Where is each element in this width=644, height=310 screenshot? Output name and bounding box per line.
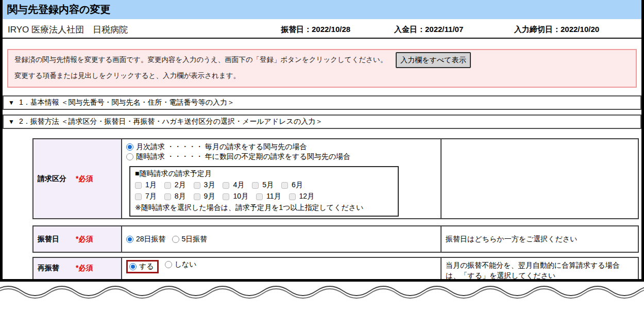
row-label: 振替日: [38, 235, 76, 244]
client-name: IRYO 医療法人社団 日税病院: [8, 24, 128, 36]
months-row-2: 7月 8月 9月 10月 11月 12月: [135, 192, 393, 201]
section-header-transfer-method[interactable]: ▼ 2．振替方法 ＜請求区分・振替日・再振替・ハガキ送付区分の選択・メールアドレ…: [3, 115, 641, 129]
months-box-title: ■随時請求の請求予定月: [135, 169, 393, 178]
instruction-box: 登録済の関与先情報を変更する画面です。変更内容を入力のうえ、画面下の「登録」ボタ…: [7, 49, 637, 88]
radio-option-retransfer-yes[interactable]: する: [129, 262, 154, 271]
month-checkbox-jun[interactable]: 6月: [281, 181, 303, 190]
checkbox-icon: [135, 182, 142, 189]
section-header-basic-info[interactable]: ▼ 1．基本情報 ＜関与先番号・関与先名・住所・電話番号等の入力＞: [3, 95, 641, 110]
radio-option-28th-transfer[interactable]: 28日振替: [126, 235, 166, 244]
month-checkbox-dec[interactable]: 12月: [289, 192, 315, 201]
checkbox-icon: [252, 182, 259, 189]
checkbox-icon: [223, 193, 229, 200]
radio-unselected-icon: [172, 236, 179, 243]
month-checkbox-aug[interactable]: 8月: [164, 192, 186, 201]
month-checkbox-oct[interactable]: 10月: [223, 192, 248, 201]
highlight-box: する: [126, 260, 159, 273]
radio-label: 5日振替: [182, 235, 208, 244]
checkbox-icon: [281, 182, 288, 189]
row-note: 振替日はどちらか一方をご選択ください: [446, 234, 578, 244]
row-label: 請求区分: [38, 174, 76, 184]
triangle-down-icon: ▼: [8, 118, 14, 125]
month-checkbox-nov[interactable]: 11月: [256, 192, 281, 201]
radio-option-monthly-billing[interactable]: 月次請求 ・・・・・ 毎月の請求をする関与先の場合: [126, 142, 436, 152]
input-deadline-date: 入力締切日：2022/10/20: [514, 25, 599, 35]
triangle-down-icon: ▼: [8, 99, 14, 106]
deposit-date: 入金日：2022/11/07: [394, 25, 463, 35]
label-cell: 再振替 *必須: [33, 258, 122, 282]
required-badge: *必須: [76, 174, 93, 184]
note-cell: 当月の振替不能分を、翌月自動的に合算請求する場合は、「する」を選択してください: [442, 258, 638, 282]
month-checkbox-jul[interactable]: 7月: [135, 192, 157, 201]
checkbox-icon: [135, 193, 142, 200]
radio-selected-icon: [126, 143, 133, 151]
note-cell: [442, 139, 638, 218]
months-box-note: ※随時請求を選択した場合は、請求予定月を1つ以上指定してください: [135, 203, 393, 213]
form-row-transfer-day: 振替日 *必須 28日振替 5日振替 振替日はどちらか一方をご選択ください: [32, 225, 639, 253]
instruction-line-2: 変更する項番または見出しをクリックすると、入力欄が表示されます。: [14, 71, 630, 80]
content-frame: 関与先登録内容の変更 IRYO 医療法人社団 日税病院 振替日：2022/10/…: [0, 0, 644, 282]
label-cell: 振替日 *必須: [33, 226, 122, 252]
form-row-billing-category: 請求区分 *必須 月次請求 ・・・・・ 毎月の請求をする関与先の場合 随時請求 …: [32, 138, 639, 219]
show-all-inputs-button[interactable]: 入力欄をすべて表示: [396, 52, 471, 68]
header-row: IRYO 医療法人社団 日税病院 振替日：2022/10/28 入金日：2022…: [3, 19, 641, 39]
month-checkbox-feb[interactable]: 2月: [164, 181, 186, 190]
radio-selected-icon: [129, 263, 137, 270]
required-badge: *必須: [76, 235, 93, 244]
section-label: 2．振替方法 ＜請求区分・振替日・再振替・ハガキ送付区分の選択・メールアドレスの…: [19, 117, 323, 126]
input-cell: 28日振替 5日振替: [122, 226, 442, 252]
radio-selected-icon: [126, 236, 133, 243]
month-checkbox-mar[interactable]: 3月: [194, 181, 215, 190]
transfer-method-form: 請求区分 *必須 月次請求 ・・・・・ 毎月の請求をする関与先の場合 随時請求 …: [32, 138, 639, 282]
checkbox-icon: [256, 193, 263, 200]
page-title-bar: 関与先登録内容の変更: [3, 0, 641, 19]
row-note: 当月の振替不能分を、翌月自動的に合算請求する場合は、「する」を選択してください: [446, 260, 634, 281]
checkbox-icon: [164, 193, 171, 200]
radio-option-retransfer-no[interactable]: しない: [165, 260, 197, 269]
radio-option-occasional-billing[interactable]: 随時請求 ・・・・・ 年に数回の不定期の請求をする関与先の場合: [126, 152, 436, 161]
checkbox-icon: [194, 193, 200, 200]
radio-label: 月次請求 ・・・・・ 毎月の請求をする関与先の場合: [136, 142, 307, 152]
month-checkbox-may[interactable]: 5月: [252, 181, 274, 190]
instruction-line-1: 登録済の関与先情報を変更する画面です。変更内容を入力のうえ、画面下の「登録」ボタ…: [14, 55, 630, 64]
page-title: 関与先登録内容の変更: [7, 3, 110, 17]
row-label: 再振替: [38, 264, 76, 273]
months-row-1: 1月 2月 3月 4月 5月 6月: [135, 181, 393, 190]
form-row-retransfer: 再振替 *必須 する しない 当月の振替: [32, 257, 639, 282]
month-checkbox-apr[interactable]: 4月: [223, 181, 244, 190]
section-label: 1．基本情報 ＜関与先番号・関与先名・住所・電話番号等の入力＞: [19, 98, 234, 107]
required-badge: *必須: [76, 264, 93, 273]
checkbox-icon: [194, 182, 200, 189]
month-checkbox-sep[interactable]: 9月: [194, 192, 215, 201]
input-cell: する しない: [122, 258, 442, 282]
page: 関与先登録内容の変更 IRYO 医療法人社団 日税病院 振替日：2022/10/…: [0, 0, 644, 310]
checkbox-icon: [289, 193, 296, 200]
input-cell: 月次請求 ・・・・・ 毎月の請求をする関与先の場合 随時請求 ・・・・・ 年に数…: [122, 139, 442, 218]
radio-option-5th-transfer[interactable]: 5日振替: [172, 235, 208, 244]
checkbox-icon: [223, 182, 229, 189]
checkbox-icon: [164, 182, 171, 189]
month-checkbox-jan[interactable]: 1月: [135, 181, 157, 190]
radio-label: 随時請求 ・・・・・ 年に数回の不定期の請求をする関与先の場合: [136, 152, 350, 161]
radio-label: しない: [175, 260, 197, 269]
transfer-date: 振替日：2022/10/28: [281, 25, 350, 35]
radio-label: する: [139, 262, 154, 271]
radio-unselected-icon: [126, 153, 133, 160]
radio-unselected-icon: [165, 261, 172, 268]
note-cell: 振替日はどちらか一方をご選択ください: [442, 226, 638, 252]
torn-edge-wave: [0, 283, 644, 308]
label-cell: 請求区分 *必須: [33, 139, 122, 218]
radio-label: 28日振替: [136, 235, 166, 244]
occasional-billing-months-box: ■随時請求の請求予定月 1月 2月 3月 4月 5月 6月 7月 8月: [129, 166, 399, 217]
